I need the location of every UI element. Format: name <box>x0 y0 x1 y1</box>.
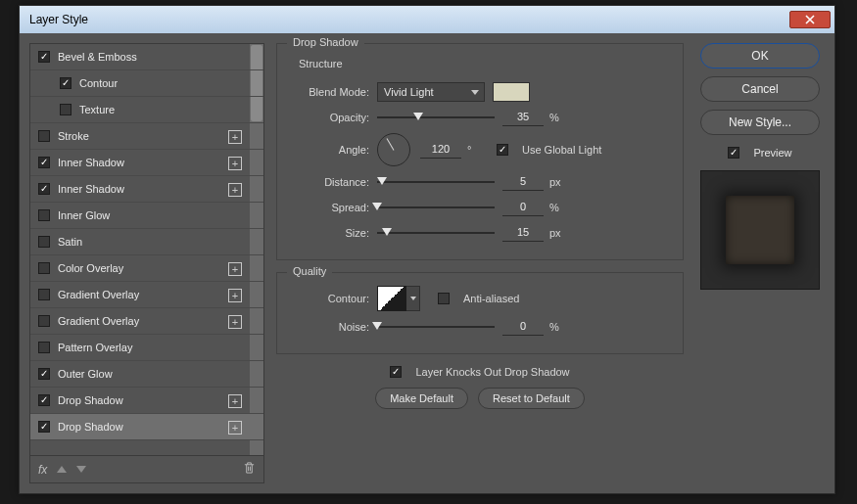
noise-input[interactable]: 0 <box>502 318 544 336</box>
titlebar[interactable]: Layer Style <box>20 6 834 33</box>
style-label: Bevel & Emboss <box>58 51 137 63</box>
style-checkbox[interactable] <box>38 236 50 248</box>
spread-label: Spread: <box>291 202 377 213</box>
style-checkbox[interactable] <box>38 209 50 221</box>
quality-group: Quality Contour: Anti-aliased Noise: 0 % <box>276 272 684 354</box>
new-style-button[interactable]: New Style... <box>700 110 820 135</box>
style-label: Pattern Overlay <box>58 342 132 353</box>
style-checkbox[interactable] <box>60 77 71 89</box>
angle-dial[interactable] <box>377 133 410 166</box>
add-effect-icon[interactable]: + <box>228 315 242 329</box>
style-checkbox[interactable] <box>38 421 50 433</box>
layer-style-dialog: Layer Style Bevel & EmbossContourTexture… <box>19 5 835 494</box>
global-light-label: Use Global Light <box>522 144 601 156</box>
move-down-icon[interactable] <box>76 466 86 473</box>
angle-input[interactable]: 120 <box>420 141 461 159</box>
preview-thumbnail <box>700 170 820 290</box>
spread-input[interactable]: 0 <box>502 199 544 216</box>
noise-label: Noise: <box>291 321 377 333</box>
style-label: Contour <box>79 77 118 89</box>
preview-label: Preview <box>753 147 791 159</box>
style-checkbox[interactable] <box>38 289 50 300</box>
style-row[interactable]: Inner Glow <box>30 203 263 229</box>
chevron-down-icon <box>410 297 416 300</box>
fx-menu-icon[interactable]: fx <box>38 463 47 477</box>
style-checkbox[interactable] <box>38 262 50 274</box>
add-effect-icon[interactable]: + <box>228 183 242 197</box>
knockout-label: Layer Knocks Out Drop Shadow <box>415 366 569 378</box>
angle-label: Angle: <box>291 144 377 156</box>
style-row[interactable]: Texture <box>30 97 263 123</box>
style-row[interactable]: Gradient Overlay+ <box>30 308 263 335</box>
shadow-color-swatch[interactable] <box>493 82 530 102</box>
style-checkbox[interactable] <box>38 368 50 380</box>
style-label: Drop Shadow <box>58 394 123 406</box>
style-label: Outer Glow <box>58 368 113 380</box>
blend-mode-select[interactable]: Vivid Light <box>377 82 485 102</box>
style-label: Satin <box>58 236 82 248</box>
style-label: Drop Shadow <box>58 421 123 433</box>
cancel-button[interactable]: Cancel <box>700 76 820 102</box>
style-row[interactable]: Outer Glow <box>30 361 263 388</box>
style-label: Gradient Overlay <box>58 289 139 300</box>
style-row[interactable]: Inner Shadow+ <box>30 176 263 203</box>
close-button[interactable] <box>789 11 831 28</box>
style-checkbox[interactable] <box>38 394 50 406</box>
close-icon <box>805 15 815 24</box>
antialiased-checkbox[interactable] <box>438 293 450 304</box>
style-label: Inner Shadow <box>58 183 124 195</box>
style-checkbox[interactable] <box>38 342 50 353</box>
style-row[interactable]: Stroke+ <box>30 123 263 150</box>
preview-checkbox[interactable] <box>728 147 739 159</box>
style-row[interactable]: Pattern Overlay <box>30 335 263 361</box>
style-row[interactable]: Color Overlay+ <box>30 255 263 282</box>
distance-label: Distance: <box>291 176 377 188</box>
add-effect-icon[interactable]: + <box>228 289 242 302</box>
reset-default-button[interactable]: Reset to Default <box>478 388 585 409</box>
contour-picker[interactable] <box>377 286 406 311</box>
size-label: Size: <box>291 227 377 239</box>
style-row[interactable]: Inner Shadow+ <box>30 150 263 176</box>
size-slider[interactable] <box>377 226 495 240</box>
style-label: Inner Glow <box>58 209 110 221</box>
style-row[interactable]: Contour <box>30 70 263 97</box>
ok-button[interactable]: OK <box>700 43 820 69</box>
make-default-button[interactable]: Make Default <box>375 388 468 409</box>
add-effect-icon[interactable]: + <box>228 262 242 276</box>
add-effect-icon[interactable]: + <box>228 394 242 408</box>
distance-input[interactable]: 5 <box>502 173 544 191</box>
style-label: Gradient Overlay <box>58 315 139 327</box>
contour-dropdown[interactable] <box>406 286 420 311</box>
style-row[interactable]: Drop Shadow+ <box>30 388 263 414</box>
trash-icon[interactable] <box>243 461 256 479</box>
style-checkbox[interactable] <box>38 157 50 168</box>
style-row[interactable]: Gradient Overlay+ <box>30 282 263 308</box>
style-checkbox[interactable] <box>38 315 50 327</box>
style-checkbox[interactable] <box>38 183 50 195</box>
opacity-input[interactable]: 35 <box>502 109 544 126</box>
size-input[interactable]: 15 <box>502 224 544 242</box>
add-effect-icon[interactable]: + <box>228 421 242 435</box>
opacity-slider[interactable] <box>377 111 495 124</box>
knockout-checkbox[interactable] <box>390 366 402 378</box>
style-row[interactable]: Satin <box>30 229 263 255</box>
style-row[interactable]: Bevel & Emboss <box>30 44 263 70</box>
blend-mode-label: Blend Mode: <box>291 86 377 98</box>
distance-slider[interactable] <box>377 175 495 189</box>
global-light-checkbox[interactable] <box>497 144 508 156</box>
drop-shadow-legend: Drop Shadow <box>287 36 364 48</box>
style-checkbox[interactable] <box>38 130 50 142</box>
opacity-label: Opacity: <box>291 112 377 123</box>
spread-slider[interactable] <box>377 201 495 214</box>
style-row[interactable]: Drop Shadow+ <box>30 414 263 440</box>
add-effect-icon[interactable]: + <box>228 157 242 170</box>
style-checkbox[interactable] <box>60 104 71 115</box>
move-up-icon[interactable] <box>57 466 67 473</box>
noise-slider[interactable] <box>377 320 495 334</box>
add-effect-icon[interactable]: + <box>228 130 242 144</box>
antialiased-label: Anti-aliased <box>463 293 519 304</box>
styles-list[interactable]: Bevel & EmbossContourTextureStroke+Inner… <box>29 43 264 456</box>
style-checkbox[interactable] <box>38 51 50 63</box>
style-label: Stroke <box>58 130 89 142</box>
chevron-down-icon <box>471 90 479 95</box>
